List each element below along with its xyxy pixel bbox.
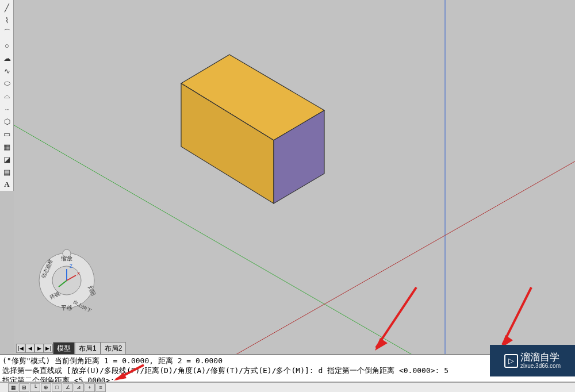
status-polar-btn[interactable]: ⊕ [41,383,51,392]
hatch-tool[interactable]: ▦ [1,141,13,152]
draw-toolbar: ╱ ⌇ ⌒ ○ ☁ ∿ ⬭ ⌓ ∙∙ ⬡ ▭ ▦ ◪ ▤ A [0,0,14,191]
svg-text:x: x [77,270,80,276]
status-osnap-btn[interactable]: □ [52,383,62,392]
status-snap-btn[interactable]: ▦ [8,383,18,392]
box-solid [181,55,324,203]
polyline-tool[interactable]: ⌇ [1,14,13,26]
status-dyn-btn[interactable]: + [85,383,95,392]
line-tool[interactable]: ╱ [1,2,13,13]
rectangle-tool[interactable]: ▭ [1,128,13,140]
viewcube-top-label: 缩放 [61,255,72,262]
cloud-tool[interactable]: ☁ [1,52,13,64]
polygon-tool[interactable]: ⬡ [1,116,13,127]
command-history-line1: ("修剪"模式) 当前倒角距离 1 = 0.0000, 距离 2 = 0.000… [2,356,573,366]
status-ducs-btn[interactable]: ⊿ [74,383,84,392]
command-input[interactable] [114,375,212,382]
viewcube-bottom-label: 平移 [61,305,72,311]
status-grid-btn[interactable]: ⊞ [19,383,29,392]
viewcube[interactable]: z x 缩放 动态观察 刘回 环视 向上/向下 平移 [34,248,100,314]
circle-tool[interactable]: ○ [1,40,13,51]
status-bar: ▦ ⊞ └ ⊕ □ ∠ ⊿ + ≡ [0,382,575,392]
point-tool[interactable]: ∙∙ [1,103,13,114]
ellipse-tool[interactable]: ⬭ [1,78,13,89]
status-otrack-btn[interactable]: ∠ [63,383,73,392]
command-prompt: 指定第二个倒角距离 <5.0000>: [2,375,114,382]
text-tool[interactable]: A [1,179,13,190]
ellipse-arc-tool[interactable]: ⌓ [1,90,13,102]
table-tool[interactable]: ▤ [1,166,13,178]
layout-tabs: |◀ ◀ ▶ ▶| 模型 布局1 布局2 [16,343,126,354]
svg-text:z: z [70,263,72,269]
tab-layout2[interactable]: 布局2 [101,342,126,355]
svg-marker-5 [375,338,388,351]
watermark-logo-icon: ▷ [504,354,518,368]
tab-layout1[interactable]: 布局1 [75,342,101,355]
watermark: ▷ 溜溜自学 zixue.3d66.com [490,345,575,376]
watermark-sub: zixue.3d66.com [520,363,561,369]
status-ortho-btn[interactable]: └ [30,383,40,392]
svg-line-4 [376,287,416,348]
viewport[interactable]: z x 缩放 动态观察 刘回 环视 向上/向下 平移 [14,0,575,354]
spline-tool[interactable]: ∿ [1,65,13,76]
tab-model[interactable]: 模型 [53,342,75,355]
arc-tool[interactable]: ⌒ [1,27,13,39]
status-lwt-btn[interactable]: ≡ [95,383,106,392]
annotation-arrows [375,287,531,351]
watermark-main: 溜溜自学 [520,352,561,363]
command-window[interactable]: ("修剪"模式) 当前倒角距离 1 = 0.0000, 距离 2 = 0.000… [0,354,575,382]
tab-nav-prev[interactable]: ◀ [25,344,34,353]
tab-nav-last[interactable]: ▶| [44,344,53,353]
command-history-line2: 选择第一条直线或 [放弃(U)/多段线(P)/距离(D)/角度(A)/修剪(T)… [2,366,573,375]
gradient-tool[interactable]: ◪ [1,153,13,165]
tab-nav-first[interactable]: |◀ [16,344,25,353]
tab-nav-next[interactable]: ▶ [34,344,44,353]
